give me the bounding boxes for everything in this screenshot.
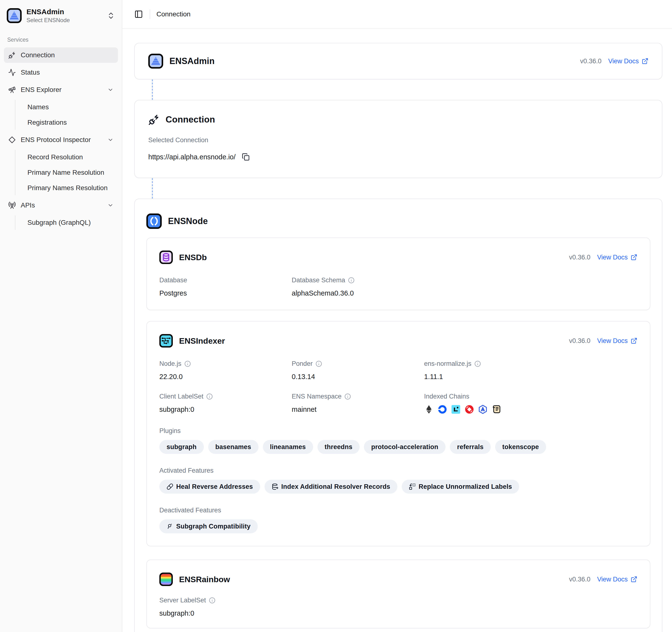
ensrainbow-card-title: ENSRainbow [179,575,230,584]
telescope-icon [8,86,16,94]
ensnode-card: ENSNode [134,198,663,632]
version-label: v0.36.0 [569,576,591,583]
sidebar-item-apis[interactable]: APIs [4,198,118,213]
external-link-icon [631,337,637,344]
field-value: subgraph:0 [159,406,292,413]
field-label: ENS Namespace [292,393,341,400]
version-label: v0.36.0 [569,337,591,345]
field-value: subgraph:0 [159,609,292,617]
view-docs-link[interactable]: View Docs [597,576,637,583]
sidebar-item-status[interactable]: Status [4,65,118,80]
copy-icon [242,153,249,161]
ens-explorer-subnav: Names Registrations [15,100,118,130]
sidebar-item-subgraph-graphql[interactable]: Subgraph (GraphQL) [24,215,118,230]
services-section-label: Services [7,37,118,43]
ensnode-selector[interactable]: ENSAdmin Select ENSNode [4,5,118,26]
view-docs-label: View Docs [608,57,639,65]
field-value: 0.13.14 [292,373,424,381]
sidebar-item-primary-name-resolution[interactable]: Primary Name Resolution [24,165,118,180]
feature-chip-label: Replace Unnormalized Labels [418,483,512,490]
sidebar-item-primary-names-resolution[interactable]: Primary Names Resolution [24,181,118,195]
panel-left-icon [134,10,143,19]
view-docs-link[interactable]: View Docs [608,57,648,65]
field-value: 22.20.0 [159,373,292,381]
field-value: 1.11.1 [424,373,637,381]
ponder-field: Ponder 0.13.14 [292,360,424,381]
info-icon[interactable] [344,393,351,400]
chevron-down-icon [107,137,114,143]
ensadmin-app: ENSAdmin Select ENSNode Services Connect… [0,0,672,632]
plugin-chip: threedns [317,440,360,454]
info-icon[interactable] [474,361,481,367]
chevron-down-icon [107,87,114,93]
activated-features-list: Heal Reverse Addresses Index Additional … [159,480,637,494]
info-icon[interactable] [348,277,355,284]
activity-icon [8,69,16,76]
sidebar-item-record-resolution[interactable]: Record Resolution [24,150,118,164]
field-value: alphaSchema0.36.0 [292,289,637,297]
sidebar-toggle-button[interactable] [133,8,145,21]
sidebar-item-label: Names [27,103,49,111]
info-icon[interactable] [315,361,322,367]
field-label: ens-normalize.js [424,360,472,367]
field-value: Postgres [159,289,292,297]
sidebar-item-label: Primary Name Resolution [27,169,104,176]
connection-url: https://api.alpha.ensnode.io/ [148,153,236,161]
replace-icon [409,483,416,490]
view-docs-link[interactable]: View Docs [597,337,637,345]
plug-zap-icon [148,114,160,125]
client-labelset-field: Client LabelSet subgraph:0 [159,393,292,414]
view-docs-label: View Docs [597,254,628,261]
info-icon[interactable] [206,393,213,400]
activated-features-label: Activated Features [159,467,637,475]
sidebar-item-ens-explorer[interactable]: ENS Explorer [4,82,118,97]
ensadmin-logo-icon [7,8,22,23]
view-docs-label: View Docs [597,576,628,583]
server-labelset-field: Server LabelSet subgraph:0 [159,597,292,617]
feature-chip-label: Index Additional Resolver Records [281,483,390,490]
version-label: v0.36.0 [569,254,591,261]
info-icon[interactable] [209,597,215,604]
ensdb-card-title: ENSDb [179,253,207,262]
ensadmin-card: ENSAdmin v0.36.0 View Docs [134,43,663,79]
external-link-icon [631,576,637,583]
topbar: Connection [122,0,672,29]
chain-linea-icon [451,405,461,414]
view-docs-link[interactable]: View Docs [597,254,637,261]
sidebar-item-names[interactable]: Names [24,100,118,114]
info-icon[interactable] [184,361,191,367]
field-label: Client LabelSet [159,393,203,400]
indexed-chains-field: Indexed Chains [424,393,637,414]
ensnode-logo-icon [146,214,162,229]
chevron-down-icon [107,202,114,209]
chain-scroll-icon [491,405,501,414]
plugin-chip: basenames [208,440,259,454]
sidebar-item-ens-protocol-inspector[interactable]: ENS Protocol Inspector [4,132,118,148]
plugin-chip: lineanames [263,440,313,454]
sidebar-item-label: Primary Names Resolution [27,184,107,192]
connector-dashed-line [152,178,153,198]
plugin-chip: subgraph [159,440,204,454]
sidebar-item-connection[interactable]: Connection [4,47,118,63]
sidebar-item-label: Registrations [27,119,67,126]
ens-namespace-field: ENS Namespace mainnet [292,393,424,414]
plugins-list: subgraph basenames lineanames threedns p… [159,440,637,454]
plugin-chip: referrals [450,440,491,454]
workspace-name: ENSAdmin [26,8,102,16]
field-label: Indexed Chains [424,393,469,400]
plug-zap-icon [8,51,16,59]
plugin-chip: protocol-acceleration [364,440,446,454]
ensadmin-card-title: ENSAdmin [169,56,215,66]
field-label: Database [159,276,187,284]
feature-chip-label: Subgraph Compatibility [176,523,250,530]
sidebar-item-label: APIs [21,201,102,209]
apis-subnav: Subgraph (GraphQL) [15,215,118,230]
sidebar-item-label: Record Resolution [27,153,83,161]
feature-chip-replace-unnormalized-labels: Replace Unnormalized Labels [402,480,519,494]
workspace-subtitle: Select ENSNode [26,17,102,24]
sidebar-item-registrations[interactable]: Registrations [24,115,118,130]
graph-icon [167,523,173,530]
deactivated-features-label: Deactivated Features [159,507,637,514]
copy-url-button[interactable] [241,152,250,162]
feature-chip-label: Heal Reverse Addresses [176,483,253,490]
